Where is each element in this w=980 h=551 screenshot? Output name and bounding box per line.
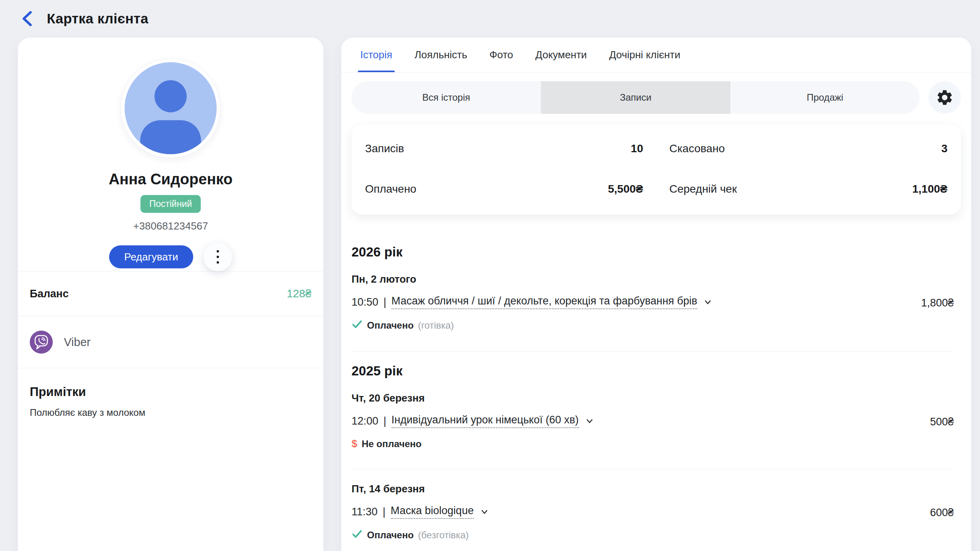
client-status-badge: Постійний: [140, 195, 201, 213]
entry-time: 10:50: [352, 296, 379, 308]
notes-text: Полюбляє каву з молоком: [30, 407, 311, 418]
separator: |: [384, 415, 386, 427]
history-filter-segmented-control: Вся історія Записи Продажі: [352, 81, 920, 114]
service-name[interactable]: Масаж обличчя / шиї / декольте, корекція…: [392, 295, 698, 309]
check-icon: [352, 319, 363, 332]
app-header: Картка клієнта: [19, 10, 148, 28]
status-label: Оплачено: [367, 320, 414, 331]
check-icon: [352, 528, 363, 542]
tab-documents[interactable]: Документи: [535, 38, 587, 72]
notes-block: Примітки Полюбляє каву з молоком: [18, 368, 323, 418]
stat-cancelled: Скасовано 3: [669, 142, 947, 155]
segment-all-history[interactable]: Вся історія: [352, 81, 541, 114]
entry-service-line: 12:00|Індивідуальний урок німецької (60 …: [352, 414, 954, 428]
payment-method: (безготівка): [418, 530, 469, 541]
messenger-label: Viber: [64, 336, 90, 349]
chevron-down-icon[interactable]: [703, 297, 713, 307]
stat-label: Оплачено: [365, 183, 416, 195]
history-entry: Пт, 14 березня11:30|Маска biologique600₴…: [352, 483, 954, 542]
history-list: 2026 рікПн, 2 лютого10:50|Масаж обличчя …: [341, 245, 971, 551]
tab-history[interactable]: Історія: [360, 38, 392, 72]
gear-icon: [936, 88, 954, 107]
status-label: Не оплачено: [361, 438, 421, 450]
history-stats-card: Записів 10 Скасовано 3 Оплачено 5,500₴ С…: [352, 125, 961, 214]
stat-label: Середній чек: [669, 183, 737, 195]
stat-label: Скасовано: [669, 142, 725, 155]
balance-value: 128₴: [287, 287, 311, 300]
client-summary-card: Анна Сидоренко Постійний +380681234567 Р…: [18, 38, 323, 551]
balance-label: Баланс: [30, 288, 69, 300]
separator: |: [383, 506, 386, 518]
entry-date: Пн, 2 лютого: [352, 273, 954, 285]
chevron-down-icon[interactable]: [480, 507, 489, 517]
back-button[interactable]: [19, 10, 35, 28]
entry-price: 500₴: [930, 416, 954, 428]
service-name[interactable]: Індивідуальний урок німецької (60 хв): [392, 414, 579, 428]
stat-value: 10: [631, 142, 643, 155]
notes-title: Примітки: [30, 385, 311, 399]
stat-average-check: Середній чек 1,100₴: [669, 183, 947, 195]
stat-paid: Оплачено 5,500₴: [365, 183, 643, 195]
avatar-placeholder-icon: [125, 62, 217, 154]
stat-label: Записів: [365, 142, 404, 155]
entry-service-line: 11:30|Маска biologique: [352, 505, 954, 519]
client-name: Анна Сидоренко: [18, 171, 323, 188]
service-name[interactable]: Маска biologique: [391, 505, 474, 519]
avatar: [121, 58, 221, 158]
tab-child-clients[interactable]: Дочірні клієнти: [609, 38, 680, 72]
edit-button[interactable]: Редагувати: [109, 245, 193, 268]
entry-divider: [352, 469, 954, 469]
payment-method: (готівка): [418, 320, 454, 331]
entry-status: Оплачено(безготівка): [352, 528, 954, 542]
chevron-left-icon: [21, 10, 33, 27]
separator: |: [384, 296, 386, 308]
entry-status: Оплачено(готівка): [352, 319, 954, 332]
entry-date: Чт, 20 березня: [352, 392, 954, 404]
page-title: Картка клієнта: [47, 11, 148, 27]
stat-appointments: Записів 10: [365, 142, 643, 155]
status-label: Оплачено: [367, 530, 414, 541]
messenger-row-viber[interactable]: Viber: [18, 316, 323, 368]
year-header: 2026 рік: [352, 245, 954, 260]
entry-price: 1,800₴: [921, 297, 954, 309]
entry-service-line: 10:50|Масаж обличчя / шиї / декольте, ко…: [352, 295, 954, 309]
chevron-down-icon[interactable]: [585, 416, 594, 426]
tab-photos[interactable]: Фото: [490, 38, 513, 72]
history-entry: Пн, 2 лютого10:50|Масаж обличчя / шиї / …: [352, 273, 954, 332]
dollar-icon: $: [352, 438, 357, 450]
stat-value: 1,100₴: [912, 183, 947, 195]
tab-bar: Історія Лояльність Фото Документи Дочірн…: [341, 38, 971, 73]
entry-time: 12:00: [352, 415, 379, 427]
segment-appointments[interactable]: Записи: [541, 81, 730, 114]
entry-date: Пт, 14 березня: [352, 483, 954, 495]
viber-icon: [30, 331, 53, 354]
balance-row: Баланс 128₴: [18, 272, 323, 316]
entry-status: $Не оплачено: [352, 438, 954, 450]
kebab-menu-icon: [217, 250, 219, 253]
history-entry: Чт, 20 березня12:00|Індивідуальний урок …: [352, 392, 954, 450]
client-actions: Редагувати: [18, 243, 323, 271]
entry-price: 600₴: [930, 507, 954, 519]
history-filter-row: Вся історія Записи Продажі: [352, 81, 961, 114]
stat-value: 5,500₴: [608, 183, 643, 195]
stat-value: 3: [941, 142, 947, 155]
history-settings-button[interactable]: [928, 81, 961, 114]
client-history-card: Історія Лояльність Фото Документи Дочірн…: [341, 38, 971, 551]
section-divider: [352, 351, 954, 352]
year-header: 2025 рік: [352, 364, 954, 379]
tab-loyalty[interactable]: Лояльність: [415, 38, 467, 72]
entry-time: 11:30: [352, 506, 378, 518]
segment-sales[interactable]: Продажі: [730, 81, 920, 114]
more-actions-button[interactable]: [204, 243, 232, 271]
client-phone: +380681234567: [18, 220, 323, 232]
